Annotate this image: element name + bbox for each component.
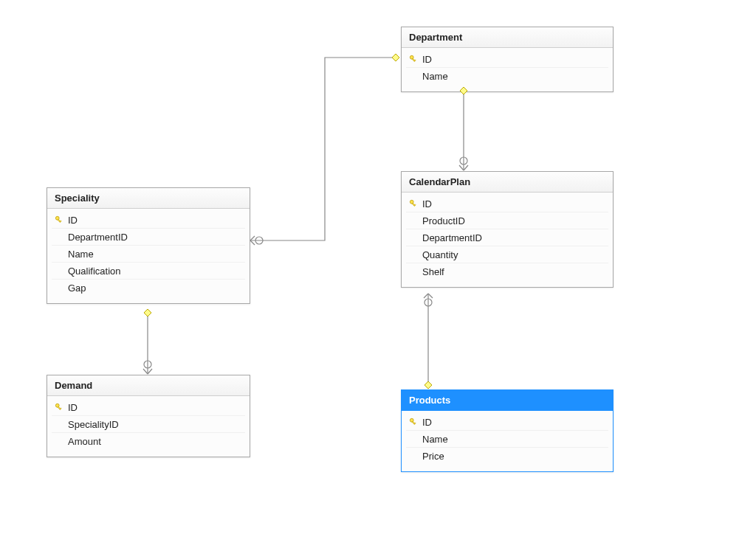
entity-demand[interactable]: Demand IDSpecialityIDAmount	[47, 375, 250, 457]
field-name: Name	[421, 434, 604, 445]
field-row[interactable]: ID	[406, 414, 608, 431]
field-row[interactable]: Qualification	[52, 263, 245, 280]
field-name: Name	[66, 249, 241, 260]
field-name: Gap	[66, 283, 241, 294]
field-name: Qualification	[66, 266, 241, 277]
field-row[interactable]: Name	[52, 246, 245, 263]
svg-line-24	[459, 165, 464, 170]
svg-point-19	[144, 361, 151, 368]
rel-calendar-products	[424, 294, 433, 389]
field-name: ID	[66, 402, 241, 413]
entity-title: Speciality	[47, 188, 250, 209]
field-name: SpecialityID	[66, 419, 241, 430]
field-name: Name	[421, 71, 604, 82]
svg-line-25	[464, 165, 468, 170]
primary-key-icon	[409, 418, 418, 426]
field-name: Price	[421, 451, 604, 462]
primary-key-icon	[55, 215, 63, 224]
field-row[interactable]: DepartmentID	[52, 229, 245, 246]
rel-calendar-department	[459, 87, 468, 170]
field-name: ProductID	[421, 215, 604, 226]
svg-point-27	[425, 299, 432, 306]
field-row[interactable]: ID	[52, 212, 245, 229]
svg-marker-22	[144, 309, 151, 316]
field-name: Quantity	[421, 249, 604, 260]
field-name: Amount	[66, 436, 241, 447]
primary-key-icon	[55, 403, 63, 412]
svg-line-17	[250, 240, 255, 245]
svg-line-28	[424, 294, 428, 298]
entity-body: IDDepartmentIDNameQualificationGap	[47, 209, 250, 303]
field-row[interactable]: SpecialityID	[52, 416, 245, 433]
field-row[interactable]: ID	[406, 195, 608, 212]
field-row[interactable]: Amount	[52, 433, 245, 449]
svg-line-29	[428, 294, 433, 298]
field-name: Shelf	[421, 266, 604, 277]
entity-title: Department	[402, 27, 613, 48]
entity-title: Demand	[47, 375, 250, 396]
rel-speciality-department	[250, 54, 399, 245]
field-row[interactable]: ID	[52, 399, 245, 416]
field-name: ID	[66, 215, 241, 226]
field-row[interactable]: Shelf	[406, 263, 608, 280]
field-row[interactable]: Name	[406, 68, 608, 84]
field-row[interactable]: Price	[406, 448, 608, 464]
entity-body: IDProductIDDepartmentIDQuantityShelf	[402, 193, 613, 287]
entity-title: Products	[402, 390, 613, 411]
key-column	[406, 418, 421, 426]
entity-products[interactable]: Products IDNamePrice	[401, 389, 614, 472]
svg-line-16	[250, 236, 255, 240]
entity-body: IDName	[402, 48, 613, 91]
primary-key-icon	[409, 55, 418, 63]
field-name: DepartmentID	[66, 232, 241, 243]
entity-department[interactable]: Department IDName	[401, 27, 614, 92]
field-name: ID	[421, 198, 604, 209]
svg-point-15	[255, 237, 263, 244]
entity-calendarplan[interactable]: CalendarPlan IDProductIDDepartmentIDQuan…	[401, 171, 614, 288]
primary-key-icon	[409, 199, 418, 208]
field-name: ID	[421, 54, 604, 65]
key-column	[52, 403, 66, 412]
key-column	[52, 215, 66, 224]
key-column	[406, 55, 421, 63]
field-row[interactable]: DepartmentID	[406, 229, 608, 246]
entity-body: IDSpecialityIDAmount	[47, 396, 250, 457]
svg-marker-30	[425, 381, 432, 389]
field-row[interactable]: Quantity	[406, 246, 608, 263]
svg-marker-18	[392, 54, 399, 61]
field-row[interactable]: ID	[406, 51, 608, 68]
field-name: DepartmentID	[421, 232, 604, 243]
field-name: ID	[421, 417, 604, 428]
field-row[interactable]: Gap	[52, 280, 245, 296]
key-column	[406, 199, 421, 208]
entity-body: IDNamePrice	[402, 411, 613, 471]
field-row[interactable]: Name	[406, 431, 608, 448]
field-row[interactable]: ProductID	[406, 212, 608, 229]
svg-line-20	[143, 369, 148, 374]
entity-speciality[interactable]: Speciality IDDepartmentIDNameQualificati…	[47, 187, 250, 304]
rel-demand-speciality	[143, 309, 152, 374]
svg-line-21	[148, 369, 152, 374]
svg-point-23	[460, 157, 467, 164]
entity-title: CalendarPlan	[402, 172, 613, 193]
